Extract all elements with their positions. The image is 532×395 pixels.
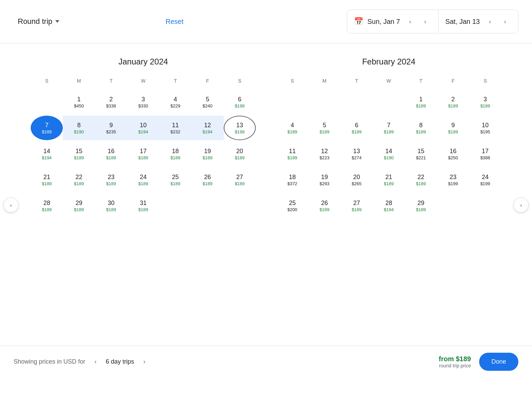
day-cell[interactable]: 24$199 bbox=[469, 167, 501, 192]
day-price: $235 bbox=[106, 129, 116, 134]
day-cell[interactable]: 24$189 bbox=[127, 167, 159, 192]
day-cell[interactable]: 29$189 bbox=[63, 193, 95, 218]
day-cell[interactable]: 8$189 bbox=[405, 116, 437, 140]
return-next-button[interactable]: › bbox=[499, 15, 511, 28]
day-cell[interactable]: 22$189 bbox=[63, 167, 95, 192]
day-cell[interactable]: 5$189 bbox=[308, 116, 340, 140]
day-price: $194 bbox=[42, 155, 52, 160]
day-cell[interactable]: 15$221 bbox=[405, 142, 437, 166]
day-cell[interactable]: 3$189 bbox=[469, 90, 501, 114]
day-cell[interactable]: 27$189 bbox=[341, 193, 373, 218]
day-cell[interactable]: 9$235 bbox=[95, 116, 127, 140]
prev-month-button[interactable]: ‹ bbox=[3, 198, 18, 213]
day-cell[interactable]: 16$250 bbox=[437, 142, 469, 166]
day-number: 12 bbox=[204, 121, 211, 129]
day-cell[interactable]: 20$189 bbox=[224, 142, 256, 166]
feb-weekday-S1: S bbox=[276, 76, 308, 86]
day-cell[interactable]: 19$293 bbox=[308, 167, 340, 192]
day-cell[interactable]: 26$189 bbox=[308, 193, 340, 218]
day-price: $189 bbox=[416, 103, 426, 108]
day-cell[interactable]: 9$189 bbox=[437, 116, 469, 140]
depart-next-button[interactable]: › bbox=[419, 15, 431, 28]
day-number: 28 bbox=[43, 199, 50, 207]
day-cell[interactable]: 30$189 bbox=[95, 193, 127, 218]
depart-prev-button[interactable]: ‹ bbox=[404, 15, 416, 28]
day-cell[interactable]: 11$189 bbox=[276, 142, 308, 166]
next-month-button[interactable]: › bbox=[514, 198, 529, 213]
day-cell[interactable]: 10$195 bbox=[469, 116, 501, 140]
day-cell[interactable]: 29$189 bbox=[405, 193, 437, 218]
day-cell[interactable]: 4$229 bbox=[159, 90, 191, 114]
day-cell[interactable]: 21$189 bbox=[31, 167, 63, 192]
round-trip-selector[interactable]: Round trip bbox=[14, 14, 63, 29]
day-cell[interactable]: 1$189 bbox=[405, 90, 437, 114]
day-cell[interactable]: 18$189 bbox=[159, 142, 191, 166]
day-number: 7 bbox=[387, 121, 390, 129]
day-cell[interactable]: 23$199 bbox=[437, 167, 469, 192]
depart-date-block[interactable]: 📅 Sun, Jan 7 ‹ › bbox=[347, 10, 438, 33]
day-price: $372 bbox=[287, 181, 297, 186]
day-cell[interactable]: 22$189 bbox=[405, 167, 437, 192]
day-number: 3 bbox=[142, 96, 145, 103]
day-number: 5 bbox=[206, 96, 209, 103]
day-cell[interactable]: 6$198 bbox=[224, 90, 256, 114]
showing-label: Showing prices in USD for bbox=[14, 358, 85, 365]
day-cell[interactable]: 8$190 bbox=[63, 116, 95, 140]
day-price: $240 bbox=[203, 103, 212, 108]
day-cell[interactable]: 21$189 bbox=[373, 167, 405, 192]
reset-button[interactable]: Reset bbox=[166, 18, 183, 26]
january-calendar: January 2024 S M T W T F S 1$4502$3383$3… bbox=[31, 57, 256, 218]
day-number: 4 bbox=[174, 96, 177, 103]
day-cell[interactable]: 26$189 bbox=[191, 167, 223, 192]
trip-duration: 6 day trips bbox=[106, 358, 134, 365]
day-cell bbox=[469, 193, 501, 218]
day-cell bbox=[276, 90, 308, 114]
day-cell[interactable]: 25$200 bbox=[276, 193, 308, 218]
day-cell[interactable]: 17$189 bbox=[127, 142, 159, 166]
return-prev-button[interactable]: ‹ bbox=[484, 15, 496, 28]
day-cell[interactable]: 16$189 bbox=[95, 142, 127, 166]
trip-duration-prev[interactable]: ‹ bbox=[89, 356, 102, 368]
day-number: 17 bbox=[482, 147, 489, 155]
day-cell[interactable]: 14$190 bbox=[373, 142, 405, 166]
day-cell[interactable]: 27$189 bbox=[224, 167, 256, 192]
day-number: 9 bbox=[452, 121, 455, 129]
day-cell bbox=[191, 193, 223, 218]
day-cell[interactable]: 13$274 bbox=[341, 142, 373, 166]
day-number: 8 bbox=[419, 121, 423, 129]
day-cell[interactable]: 12$223 bbox=[308, 142, 340, 166]
day-cell[interactable]: 1$450 bbox=[63, 90, 95, 114]
day-cell[interactable]: 28$189 bbox=[31, 193, 63, 218]
day-number: 6 bbox=[238, 96, 241, 103]
day-cell[interactable]: 19$189 bbox=[191, 142, 223, 166]
day-cell[interactable]: 25$189 bbox=[159, 167, 191, 192]
day-cell[interactable]: 2$338 bbox=[95, 90, 127, 114]
day-cell[interactable]: 7$189 bbox=[31, 116, 63, 140]
day-cell[interactable]: 23$189 bbox=[95, 167, 127, 192]
trip-duration-next[interactable]: › bbox=[138, 356, 150, 368]
day-cell[interactable]: 5$240 bbox=[191, 90, 223, 114]
day-cell[interactable]: 2$189 bbox=[437, 90, 469, 114]
day-cell[interactable]: 10$194 bbox=[127, 116, 159, 140]
day-cell[interactable]: 11$232 bbox=[159, 116, 191, 140]
day-number: 16 bbox=[450, 147, 457, 155]
day-cell[interactable]: 7$189 bbox=[373, 116, 405, 140]
day-cell[interactable]: 15$189 bbox=[63, 142, 95, 166]
day-cell[interactable]: 18$372 bbox=[276, 167, 308, 192]
day-cell[interactable]: 13$198 bbox=[224, 116, 256, 140]
day-cell[interactable]: 4$189 bbox=[276, 116, 308, 140]
day-cell[interactable]: 6$189 bbox=[341, 116, 373, 140]
day-cell[interactable]: 20$265 bbox=[341, 167, 373, 192]
day-price: $189 bbox=[320, 207, 329, 212]
day-cell[interactable]: 3$330 bbox=[127, 90, 159, 114]
day-cell[interactable]: 14$194 bbox=[31, 142, 63, 166]
day-cell[interactable]: 28$194 bbox=[373, 193, 405, 218]
done-button[interactable]: Done bbox=[479, 353, 518, 371]
day-cell[interactable]: 31$189 bbox=[127, 193, 159, 218]
day-cell[interactable]: 17$388 bbox=[469, 142, 501, 166]
day-number: 23 bbox=[450, 173, 457, 181]
day-number: 9 bbox=[109, 121, 113, 129]
day-cell[interactable]: 12$194 bbox=[191, 116, 223, 140]
bottom-right: from $189 round trip price Done bbox=[439, 353, 518, 371]
return-date-block[interactable]: Sat, Jan 13 ‹ › bbox=[438, 10, 518, 33]
